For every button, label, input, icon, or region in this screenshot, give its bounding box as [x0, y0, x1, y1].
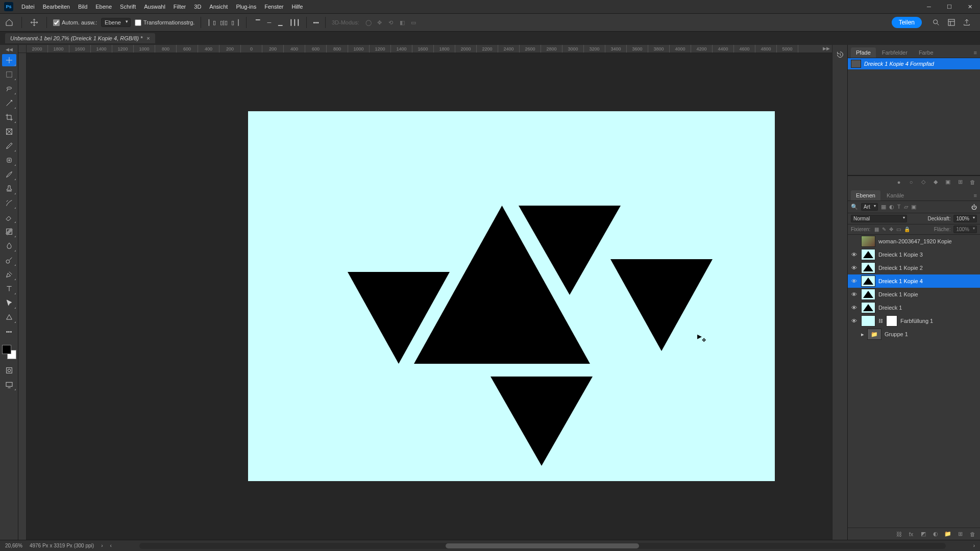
scroll-right-icon[interactable]: › — [973, 543, 975, 548]
heal-tool[interactable] — [2, 154, 16, 166]
frame-tool[interactable] — [2, 126, 16, 138]
menu-ansicht[interactable]: Ansicht — [205, 0, 232, 13]
layer-thumbnail[interactable] — [861, 262, 875, 273]
visibility-toggle-icon[interactable]: 👁 — [850, 291, 858, 297]
menu-datei[interactable]: Datei — [17, 0, 39, 13]
new-layer-icon[interactable]: ⊞ — [957, 531, 964, 537]
layer-thumbnail[interactable] — [861, 249, 875, 260]
layer-name[interactable]: Farbfüllung 1 — [900, 318, 933, 324]
align-vcenter-icon[interactable]: ─ — [264, 17, 274, 28]
close-tab-icon[interactable]: × — [146, 35, 150, 41]
layer-row[interactable]: 👁Dreieck 1 Kopie 4 — [848, 274, 980, 288]
path-select-tool[interactable] — [2, 297, 16, 309]
panel-menu-icon[interactable]: ≡ — [971, 47, 980, 58]
selection-to-path-icon[interactable]: ◆ — [932, 179, 939, 185]
filter-type-icon[interactable]: T — [897, 204, 901, 210]
add-mask-icon[interactable]: ▣ — [944, 179, 951, 185]
stroke-path-icon[interactable]: ○ — [908, 179, 915, 185]
chevron-right-icon[interactable]: ▸ — [861, 331, 864, 338]
layer-row[interactable]: woman-2003647_1920 Kopie — [848, 235, 980, 248]
canvas-area[interactable]: 2000180016001400120010008006004002000200… — [18, 45, 832, 540]
menu-ebene[interactable]: Ebene — [91, 0, 116, 13]
transform-controls-checkbox[interactable]: Transformationsstrg. — [135, 19, 194, 26]
move-tool[interactable] — [2, 54, 16, 66]
layer-thumbnail[interactable] — [861, 302, 875, 313]
horizontal-scrollbar[interactable] — [139, 543, 946, 549]
layer-name[interactable]: Gruppe 1 — [885, 331, 908, 337]
visibility-toggle-icon[interactable]: 👁 — [850, 252, 858, 258]
layer-name[interactable]: Dreieck 1 Kopie 4 — [878, 278, 923, 284]
align-right-icon[interactable]: ▯▕ — [230, 17, 240, 28]
layer-thumbnail[interactable] — [861, 276, 875, 287]
blur-tool[interactable] — [2, 240, 16, 252]
menu-auswahl[interactable]: Auswahl — [140, 0, 169, 13]
path-item[interactable]: Dreieck 1 Kopie 4 Formpfad — [848, 58, 980, 69]
eyedropper-tool[interactable] — [2, 140, 16, 152]
dodge-tool[interactable] — [2, 254, 16, 266]
document-tab[interactable]: Unbenannt-1 bei 20,7% (Dreieck 1 Kopie 4… — [5, 33, 155, 43]
panel-collapse-icon[interactable]: ▶▶ — [823, 46, 830, 51]
lock-pixels-icon[interactable]: ▦ — [874, 227, 879, 232]
align-top-icon[interactable]: ▔ — [253, 17, 263, 28]
history-brush-tool[interactable] — [2, 197, 16, 209]
ruler-horizontal[interactable]: 2000180016001400120010008006004002000200… — [27, 45, 832, 53]
link-layers-icon[interactable]: ⛓ — [895, 531, 902, 537]
pen-tool[interactable] — [2, 268, 16, 281]
path-to-selection-icon[interactable]: ◇ — [920, 179, 927, 185]
menu-filter[interactable]: Filter — [169, 0, 190, 13]
blend-mode-dropdown[interactable]: Normal — [851, 215, 907, 222]
layer-name[interactable]: Dreieck 1 Kopie 3 — [878, 252, 923, 258]
close-button[interactable]: ✕ — [960, 0, 980, 13]
align-left-icon[interactable]: ▏▯ — [207, 17, 217, 28]
shape-tool[interactable] — [2, 311, 16, 323]
ruler-vertical[interactable] — [18, 53, 27, 540]
opacity-input[interactable]: 100% — [953, 215, 977, 222]
layer-mask-icon[interactable]: ◩ — [920, 531, 927, 537]
workspace-icon[interactable] — [946, 17, 957, 28]
zoom-level[interactable]: 20,66% — [5, 543, 22, 548]
tab-layers[interactable]: Ebenen — [851, 190, 880, 201]
layer-row[interactable]: 👁⛓Farbfüllung 1 — [848, 314, 980, 328]
visibility-toggle-icon[interactable]: 👁 — [850, 318, 858, 324]
layer-row[interactable]: 👁Dreieck 1 — [848, 301, 980, 314]
menu-hilfe[interactable]: Hilfe — [287, 0, 307, 13]
auto-select-target[interactable]: Ebene — [101, 18, 131, 27]
align-bottom-icon[interactable]: ▁ — [275, 17, 285, 28]
delete-path-icon[interactable]: 🗑 — [969, 179, 976, 185]
new-path-icon[interactable]: ⊞ — [957, 179, 964, 185]
panel-menu-icon[interactable]: ≡ — [971, 190, 980, 201]
layer-row[interactable]: 👁Dreieck 1 Kopie 2 — [848, 261, 980, 274]
filter-smart-icon[interactable]: ▣ — [911, 204, 916, 210]
filter-kind-dropdown[interactable]: Art — [861, 203, 878, 211]
delete-layer-icon[interactable]: 🗑 — [969, 531, 976, 537]
maximize-button[interactable]: ☐ — [939, 0, 960, 13]
export-icon[interactable] — [962, 17, 972, 28]
move-tool-icon[interactable] — [28, 16, 40, 29]
stamp-tool[interactable] — [2, 183, 16, 195]
brush-tool[interactable] — [2, 168, 16, 181]
layer-thumbnail[interactable] — [861, 315, 875, 327]
filter-pixel-icon[interactable]: ▦ — [881, 204, 886, 210]
lasso-tool[interactable] — [2, 83, 16, 95]
status-caret-icon[interactable]: › — [101, 543, 103, 548]
menu-3d[interactable]: 3D — [190, 0, 205, 13]
marquee-tool[interactable] — [2, 68, 16, 81]
menu-bearbeiten[interactable]: Bearbeiten — [39, 0, 74, 13]
layer-name[interactable]: woman-2003647_1920 Kopie — [878, 238, 952, 244]
search-icon[interactable] — [931, 17, 941, 28]
tab-channels[interactable]: Kanäle — [881, 190, 909, 201]
filter-shape-icon[interactable]: ▱ — [904, 204, 908, 210]
menu-schrift[interactable]: Schrift — [116, 0, 140, 13]
menu-plug-ins[interactable]: Plug-ins — [232, 0, 260, 13]
filter-adjust-icon[interactable]: ◐ — [889, 204, 894, 210]
visibility-toggle-icon[interactable]: 👁 — [850, 278, 858, 284]
minimize-button[interactable]: ─ — [919, 0, 939, 13]
ruler-origin[interactable] — [18, 45, 27, 53]
visibility-toggle-icon[interactable]: 👁 — [850, 265, 858, 271]
scroll-left-icon[interactable]: ‹ — [110, 543, 111, 548]
align-hcenter-icon[interactable]: ▯|▯ — [218, 17, 229, 28]
eraser-tool[interactable] — [2, 211, 16, 223]
layer-name[interactable]: Dreieck 1 — [878, 305, 902, 311]
layer-row[interactable]: ▸📁Gruppe 1 — [848, 328, 980, 341]
lock-all-icon[interactable]: 🔒 — [904, 227, 910, 232]
